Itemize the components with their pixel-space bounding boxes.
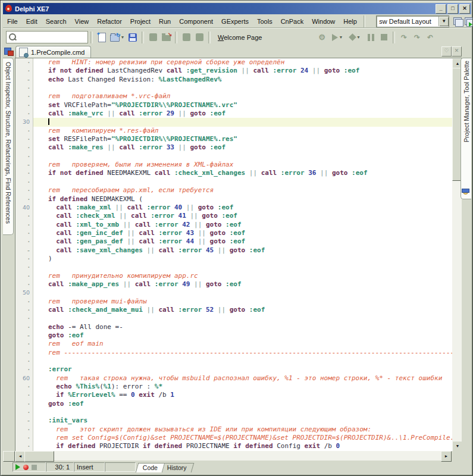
remove-file-button[interactable] xyxy=(193,31,206,44)
close-button[interactable]: ✕ xyxy=(459,4,470,14)
code-line[interactable]: echo Last Changed Revision: %LastChanged… xyxy=(33,76,452,84)
status-tab-code[interactable]: Code xyxy=(136,463,165,472)
code-line[interactable]: ) xyxy=(33,255,452,263)
scroll-right-button[interactable]: ► xyxy=(441,451,452,462)
menu-item-view[interactable]: View xyxy=(71,16,93,27)
pause-button[interactable] xyxy=(364,31,377,44)
code-line[interactable]: goto :eof xyxy=(33,331,452,340)
code-line[interactable]: call :gen_pas_def || call :error 44 || g… xyxy=(33,237,452,246)
run-button[interactable]: ▼ xyxy=(328,31,346,44)
code-line[interactable] xyxy=(33,408,452,416)
macro-play-icon[interactable] xyxy=(15,464,20,470)
horizontal-scrollbar[interactable]: ◄ ► xyxy=(15,451,452,461)
menu-item-component[interactable]: Component xyxy=(175,16,217,27)
step-over-button[interactable]: ↷ xyxy=(411,31,424,44)
menu-item-edit[interactable]: Edit xyxy=(22,16,42,27)
chevron-down-icon[interactable]: ▼ xyxy=(438,17,449,26)
pin-view-button[interactable]: ♡ xyxy=(441,46,452,57)
open-file-button[interactable]: ↻▼ xyxy=(108,31,126,44)
macro-stop-icon[interactable] xyxy=(32,465,37,470)
left-dock-tab[interactable]: Object Inspector, Structure, Refactoring… xyxy=(3,58,14,235)
object-inspector-icon[interactable] xyxy=(4,46,13,56)
code-line[interactable] xyxy=(33,84,452,92)
code-line[interactable] xyxy=(33,289,452,297)
code-line[interactable]: rem set Config=$(Config)&set PROJECTNAME… xyxy=(33,434,452,442)
editor-tab-precompile[interactable]: 1.PreCompile.cmd xyxy=(15,46,91,58)
right-dock-tab[interactable]: Project Manager, Tool Palette xyxy=(461,58,471,199)
run-without-debugging-button[interactable]: ▼ xyxy=(346,31,364,44)
horizontal-scroll-thumb[interactable] xyxy=(24,451,54,462)
code-line[interactable]: call :check_and_make_mui || call :error … xyxy=(33,306,452,314)
menu-item-project[interactable]: Project xyxy=(126,16,155,27)
code-line[interactable]: call :make_app_res || call :error 49 || … xyxy=(33,280,452,289)
editor-code-area[interactable]: rem HINT: номер ревизии при серверной сб… xyxy=(33,58,452,452)
code-line[interactable]: rem принудительно компилируем app.rc xyxy=(33,272,452,280)
code-line[interactable]: rem подготавливаем *.vrc-файл xyxy=(33,92,452,101)
code-line[interactable] xyxy=(33,152,452,161)
search-input[interactable] xyxy=(18,33,87,42)
code-line[interactable]: call :gen_inc_def || call :error 43 || g… xyxy=(33,229,452,237)
code-line[interactable]: if defined PROJECTDIR if defined PROJECT… xyxy=(33,442,452,450)
code-line[interactable] xyxy=(33,314,452,322)
save-all-button[interactable] xyxy=(146,31,159,44)
code-line[interactable]: rem этот скрипт должен вызываться из IDE… xyxy=(33,425,452,434)
code-line[interactable]: call :make_vrc || call :error 29 || goto… xyxy=(33,109,452,118)
code-line[interactable]: rem ------------------------------------… xyxy=(33,349,452,357)
menu-item-tools[interactable]: Tools xyxy=(253,16,277,27)
title-bar[interactable]: Delphi XE7 _ □ ✕ xyxy=(3,3,471,14)
desktop-layout-combobox[interactable]: sw Default Layout ▼ xyxy=(376,15,449,27)
apply-layout-icon[interactable] xyxy=(463,16,471,26)
code-editor[interactable]: ··-····30····-····40····-····50····-····… xyxy=(15,58,462,452)
stop-button[interactable] xyxy=(377,31,390,44)
code-line[interactable]: if defined NEEDMAKEXML ( xyxy=(33,195,452,203)
code-line[interactable]: if %ErrorLevel% == 0 exit /b 1 xyxy=(33,391,452,399)
code-line[interactable]: set VRCFilePath="%PROJECTDIR%\%PROJECTNA… xyxy=(33,101,452,109)
code-line[interactable] xyxy=(33,263,452,271)
add-file-button[interactable] xyxy=(180,31,193,44)
menu-item-window[interactable]: Window xyxy=(308,16,339,27)
run-until-return-button[interactable]: ↶ xyxy=(424,31,437,44)
code-line[interactable]: call :make_xml || call :error 40 || goto… xyxy=(33,203,452,212)
minimize-button[interactable]: _ xyxy=(436,4,446,14)
code-line[interactable]: :error xyxy=(33,365,452,374)
trace-into-button[interactable]: ↷ xyxy=(397,31,411,44)
code-line[interactable]: call :make_res || call :error 33 || goto… xyxy=(33,143,452,152)
status-tab-history[interactable]: History xyxy=(160,463,194,472)
code-line[interactable]: rem такая строка нужна, чтобы msbuild ра… xyxy=(33,374,452,383)
search-box[interactable] xyxy=(6,31,88,43)
code-line[interactable]: if not defined LastChangedRev call :get_… xyxy=(33,67,452,75)
code-line[interactable]: rem проверяем, были ли изменения в XML-ф… xyxy=(33,161,452,169)
menu-item-file[interactable]: File xyxy=(3,16,22,27)
code-line[interactable]: set RESFilePath="%PROJECTDIR%\%PROJECTNA… xyxy=(33,135,452,143)
save-button[interactable] xyxy=(126,31,139,44)
code-line[interactable]: call :check_xml || call :error 41 || got… xyxy=(33,212,452,220)
menu-item-cnpack[interactable]: CnPack xyxy=(277,16,308,27)
code-line[interactable]: call :save_xml_changes || call :error 45… xyxy=(33,246,452,255)
close-page-button[interactable]: ✕ xyxy=(452,46,462,57)
menu-item-search[interactable]: Search xyxy=(42,16,71,27)
new-items-button[interactable]: ✦ xyxy=(95,31,108,44)
menu-item-help[interactable]: Help xyxy=(339,16,361,27)
save-layout-icon[interactable] xyxy=(452,16,460,26)
code-line[interactable]: rem проверяем mui-файлы xyxy=(33,298,452,306)
menu-item-gexperts[interactable]: GExperts xyxy=(217,16,253,27)
code-line[interactable]: rem компилируем *.res-файл xyxy=(33,127,452,135)
code-line[interactable] xyxy=(33,178,452,186)
code-line[interactable]: echo -= All done =- xyxy=(33,323,452,331)
code-line[interactable]: goto :eof xyxy=(33,400,452,408)
menu-item-run[interactable]: Run xyxy=(155,16,175,27)
compile-button[interactable]: ⚙ xyxy=(315,31,328,44)
code-line[interactable]: if not defined NEEDMAKEXML call :check_x… xyxy=(33,169,452,177)
open-project-button[interactable]: ➘ xyxy=(159,31,173,44)
code-line[interactable] xyxy=(33,357,452,365)
code-line-current[interactable] xyxy=(33,118,452,126)
code-line[interactable]: echo %This%(%1): error : %* xyxy=(33,383,452,391)
menu-item-refactor[interactable]: Refactor xyxy=(93,16,126,27)
code-line[interactable]: rem HINT: номер ревизии при серверной сб… xyxy=(33,58,452,67)
code-line[interactable]: :init_vars xyxy=(33,416,452,425)
code-line[interactable]: rem пересобираем app.xml, если требуется xyxy=(33,186,452,195)
code-line[interactable]: rem eof main xyxy=(33,340,452,348)
welcome-page-link[interactable]: Welcome Page xyxy=(218,34,262,41)
macro-record-icon[interactable] xyxy=(23,465,29,470)
maximize-button[interactable]: □ xyxy=(447,4,458,14)
